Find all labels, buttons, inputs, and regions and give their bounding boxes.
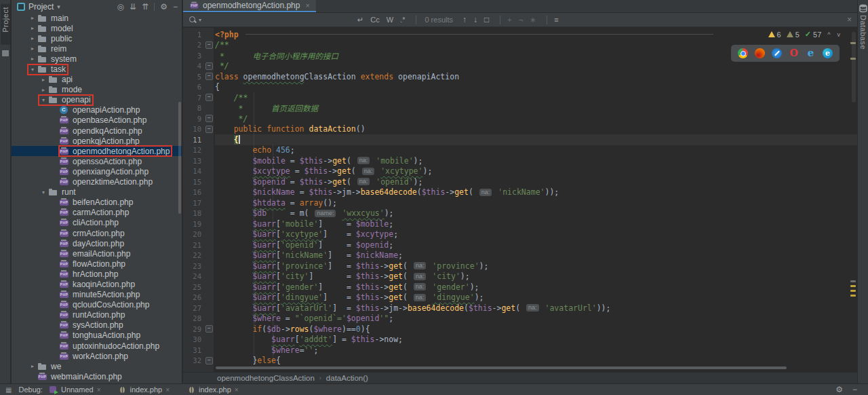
code-line[interactable]: 1<?php (183, 29, 857, 40)
tree-item-tonghuaAction-php[interactable]: tonghuaAction.php (12, 331, 182, 341)
tree-item-sysAction-php[interactable]: sysAction.php (12, 320, 182, 331)
tree-item-beifenAction-php[interactable]: beifenAction.php (12, 198, 182, 208)
error-stripe[interactable] (850, 28, 857, 372)
chevron-right-icon[interactable]: ▸ (28, 56, 37, 62)
chevron-right-icon[interactable]: ▸ (28, 25, 37, 31)
error-stripe-mark[interactable] (850, 280, 856, 282)
code-line[interactable]: 13 $mobile = $this->get( na: 'mobile'); (183, 155, 857, 166)
tree-item-we[interactable]: ▸we (12, 361, 182, 371)
fold-marker-icon[interactable] (203, 357, 215, 364)
tree-item-reim[interactable]: ▸reim (12, 43, 182, 54)
next-issue-icon[interactable]: v (837, 31, 842, 38)
code-line[interactable]: 23 $uarr['province'] = $this->get( na: '… (183, 261, 857, 271)
fold-marker-icon[interactable] (203, 325, 215, 333)
expand-all-icon[interactable]: ⇈ (142, 3, 149, 11)
chevron-right-icon[interactable]: ▸ (28, 15, 37, 21)
prev-issue-icon[interactable]: ^ (827, 31, 831, 38)
chevron-right-icon[interactable]: ▸ (39, 77, 48, 83)
error-stripe-mark[interactable] (850, 285, 856, 287)
search-icon[interactable] (189, 16, 197, 24)
regex-toggle[interactable]: .* (399, 16, 406, 24)
warnings-indicator[interactable]: 6 (768, 31, 781, 39)
code-line[interactable]: 5class openmodhetongClassAction extends … (183, 71, 857, 82)
chevron-right-icon[interactable]: ▸ (28, 45, 37, 52)
ie-icon[interactable]: e (806, 48, 816, 58)
opera-icon[interactable]: O (789, 48, 799, 58)
inspections-widget[interactable]: 6 5 ✓57 ^ v (768, 30, 841, 39)
chevron-right-icon[interactable]: ▸ (39, 87, 48, 93)
fold-marker-icon[interactable] (203, 41, 215, 49)
code-line[interactable]: 32 }else{ (183, 356, 857, 366)
code-line[interactable]: 21 $uarr['openid'] = $openid; (183, 240, 857, 250)
tree-item-public[interactable]: ▸public (12, 33, 182, 43)
close-icon[interactable]: × (305, 1, 309, 10)
tool-window-tab-database[interactable]: Database (859, 15, 867, 50)
select-all-occurrences-icon[interactable]: □ (483, 15, 490, 24)
code-line[interactable]: 31 $where=''; (183, 345, 857, 356)
code-line[interactable]: 11 { (183, 134, 857, 145)
tree-item-runtAction-php[interactable]: runtAction.php (12, 310, 182, 320)
project-panel-title[interactable]: Project (28, 2, 54, 12)
tree-item-cliAction-php[interactable]: cliAction.php (12, 218, 182, 228)
code-line[interactable]: 28 $where = "`openid`='$openid'"; (183, 314, 857, 324)
code-line[interactable]: 20 $uarr['xcytype'] = $xcytype; (183, 229, 857, 240)
breadcrumb-item[interactable]: openmodhetongClassAction (217, 374, 315, 382)
code-line[interactable]: 4 */ (183, 61, 857, 72)
debug-tab-Unnamed[interactable]: Unnamed× (50, 385, 101, 394)
tree-item-mode[interactable]: ▸mode (12, 85, 182, 95)
close-icon[interactable]: × (97, 386, 101, 394)
tree-item-emailAction-php[interactable]: emailAction.php (12, 248, 182, 259)
code-line[interactable]: 15 $openid = $this->get( na: 'openid'); (183, 176, 857, 187)
words-toggle[interactable]: W (385, 16, 395, 24)
tree-item-dayAction-php[interactable]: dayAction.php (12, 238, 182, 248)
safari-icon[interactable] (772, 48, 782, 58)
tree-item-kaoqinAction-php[interactable]: kaoqinAction.php (12, 279, 182, 289)
chevron-down-icon[interactable]: ▾ (39, 189, 48, 195)
chevron-down-icon[interactable]: ▾ (57, 3, 60, 10)
tree-item-uptoxinhudocAction-php[interactable]: uptoxinhudocAction.php (12, 341, 182, 351)
chevron-right-icon[interactable]: ▸ (28, 35, 37, 41)
tree-item-openmodhetongAction-php[interactable]: openmodhetongAction.php (12, 146, 182, 156)
code-line[interactable]: 24 $uarr['city'] = $this->get( na: 'city… (183, 271, 857, 282)
hide-icon[interactable]: − (852, 385, 857, 394)
code-line[interactable]: 19 $uarr['mobile'] = $mobile; (183, 219, 857, 229)
code-line[interactable]: 16 $nickName = $this->jm->base64decode($… (183, 187, 857, 198)
code-line[interactable]: 26 $uarr['dingyue'] = $this->get( na: 'd… (183, 293, 857, 303)
edge-icon[interactable]: e (823, 48, 833, 58)
locate-icon[interactable]: ◎ (117, 3, 124, 11)
settings-icon[interactable]: ⚙ (160, 3, 167, 11)
close-icon[interactable]: × (235, 386, 239, 394)
close-icon[interactable]: × (165, 386, 170, 394)
fold-marker-icon[interactable] (203, 115, 215, 122)
code-line[interactable]: 25 $uarr['gender'] = $this->get( na: 'ge… (183, 282, 857, 293)
chrome-icon[interactable] (738, 48, 748, 58)
tree-item-openxiangAction-php[interactable]: openxiangAction.php (12, 166, 182, 176)
match-case-toggle[interactable]: Cc (369, 16, 380, 24)
exclude-occurrence-icon[interactable]: ¬ (517, 16, 524, 24)
code-line[interactable]: 29 if($db->rows($where)==0){ (183, 324, 857, 335)
tree-item-api[interactable]: ▸api (12, 75, 182, 85)
tree-item-openzktimeAction-php[interactable]: openzktimeAction.php (12, 177, 182, 187)
tree-item-openkqjAction-php[interactable]: openkqjAction.php (12, 136, 182, 146)
code-line[interactable]: 30 $uarr['adddt'] = $this->now; (183, 335, 857, 345)
tool-window-switcher-icon[interactable]: ▦ (5, 386, 12, 394)
tree-item-task[interactable]: ▾task (12, 64, 182, 74)
tree-item-openapi[interactable]: ▾openapi (12, 95, 182, 105)
typos-indicator[interactable]: ✓57 (805, 30, 821, 39)
code-line[interactable]: 10 public function dataAction() (183, 124, 857, 135)
code-line[interactable]: 8 * 首页返回数据 (183, 103, 857, 114)
fold-marker-icon[interactable] (203, 126, 215, 133)
tree-item-workAction-php[interactable]: workAction.php (12, 351, 182, 361)
tree-item-crmAction-php[interactable]: crmAction.php (12, 228, 182, 238)
code-line[interactable]: 7 /** (183, 92, 857, 103)
error-stripe-mark[interactable] (850, 290, 856, 292)
multiline-icon[interactable]: ↵ (356, 16, 365, 24)
debug-tab-index-php[interactable]: index.php× (118, 385, 170, 394)
tree-item-main[interactable]: ▸main (12, 13, 182, 23)
tree-item-hrAction-php[interactable]: hrAction.php (12, 269, 182, 279)
weak-warnings-indicator[interactable]: 5 (787, 31, 800, 39)
error-stripe-mark[interactable] (850, 42, 856, 44)
tree-item-minute5Action-php[interactable]: minute5Action.php (12, 290, 182, 300)
chevron-right-icon[interactable]: ▸ (28, 363, 37, 369)
code-line[interactable]: 17 $htdata = array(); (183, 198, 857, 208)
